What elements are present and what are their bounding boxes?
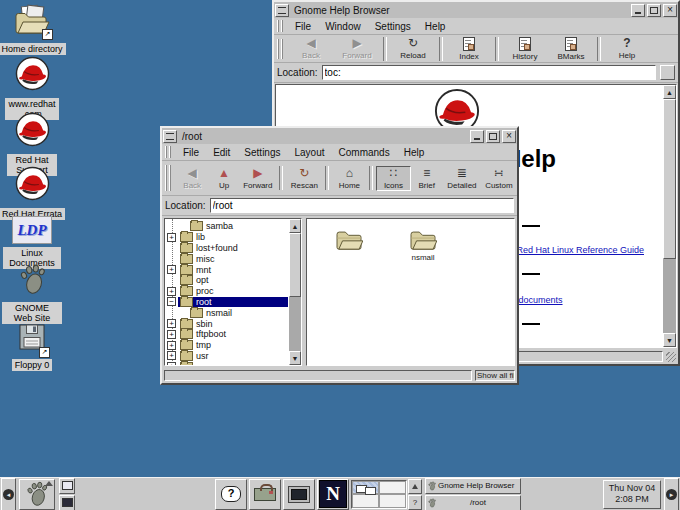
menubar-drag-handle[interactable] [165,146,173,159]
back-button[interactable]: ◀ Back [288,36,334,61]
resize-grip[interactable] [666,352,676,362]
tree-item[interactable]: tmp [167,340,288,351]
up-button[interactable]: ▲ Up [209,166,239,191]
desktop-icon-red-hat-errata[interactable]: Red Hat Errata [0,166,64,220]
file-item[interactable] [327,227,371,262]
configuration-launcher[interactable] [249,479,281,510]
task-arrow-button[interactable] [408,479,422,494]
task-root-window[interactable]: /root [425,495,521,510]
desktop-icon-home-directory[interactable]: ↗ Home directory [0,4,64,55]
menu-settings[interactable]: Settings [368,21,418,32]
close-button[interactable] [663,4,677,17]
scrollbar-thumb[interactable] [663,99,676,259]
expander-plus-icon[interactable] [167,341,176,350]
tree-item[interactable]: tftpboot [167,329,288,340]
desktop-icon-linux-documents[interactable]: LDP Linux Documents [0,216,64,269]
workspace-1-active[interactable] [352,481,379,495]
netscape-launcher[interactable]: N [317,479,349,510]
tree-scrollbar[interactable]: ▲ ▼ [289,219,301,365]
menubar-drag-handle[interactable] [277,20,285,33]
menu-layout[interactable]: Layout [288,147,332,158]
expander-plus-icon[interactable] [167,233,176,242]
expander-plus-icon[interactable] [167,265,176,274]
tree-item[interactable]: lost+found [167,243,288,254]
maximize-button[interactable] [647,4,661,17]
tree-item[interactable]: sbin [167,318,288,329]
tree-item[interactable]: lib [167,232,288,243]
menu-help[interactable]: Help [418,21,453,32]
workspace-2[interactable] [379,481,406,495]
menu-file[interactable]: File [176,147,206,158]
tree-item[interactable]: var [167,361,288,366]
menu-window[interactable]: Window [318,21,368,32]
workspace-4[interactable] [379,494,406,508]
scroll-down-icon[interactable]: ▼ [289,351,301,365]
bmarks-button[interactable]: BMarks [548,36,594,62]
brief-view-button[interactable]: ≡ Brief [411,166,443,191]
tree-item[interactable]: opt [167,275,288,286]
expander-plus-icon[interactable] [167,351,176,360]
tree-item[interactable]: usr [167,351,288,362]
desktop-icon-floppy-0[interactable]: ↗ Floppy 0 [0,322,64,371]
close-button[interactable] [502,130,516,143]
back-button[interactable]: ◀ Back [176,166,209,191]
desktop-icon-www-redhat-com[interactable]: www.redhat.com [0,56,64,120]
desk-guide-pager[interactable] [351,480,407,509]
expander-plus-icon[interactable] [167,330,176,339]
panel-hide-left-button[interactable]: ◂ [1,478,16,510]
help-scrollbar[interactable]: ▲ ▼ [663,85,676,347]
scrollbar-thumb[interactable] [289,233,301,297]
forward-button[interactable]: ▶ Forward [334,36,380,61]
tree-item[interactable]: mnt [167,264,288,275]
forward-button[interactable]: ▶ Forward [239,166,276,191]
menu-file[interactable]: File [288,21,318,32]
file-icon-pane[interactable]: nsmail [306,218,515,366]
expander-plus-icon[interactable] [167,319,176,328]
tree-item-selected[interactable]: root [167,297,288,308]
menu-edit[interactable]: Edit [206,147,237,158]
minimize-button[interactable] [631,4,645,17]
detailed-view-button[interactable]: ≣ Detailed [443,166,481,191]
menu-commands[interactable]: Commands [332,147,397,158]
mini-monitor-button[interactable] [59,495,75,510]
task-help-browser[interactable]: Gnome Help Browser [425,478,521,494]
terminal-launcher[interactable] [283,479,315,510]
help-window-titlebar[interactable]: Gnome Help Browser [274,2,678,18]
toolbar-drag-handle[interactable] [165,165,173,191]
window-menu-icon[interactable] [163,130,177,143]
toolbar-drag-handle[interactable] [277,39,285,59]
scroll-down-icon[interactable]: ▼ [663,333,676,347]
scroll-up-icon[interactable]: ▲ [289,219,301,233]
expander-minus-icon[interactable] [167,297,176,306]
history-button[interactable]: History [502,36,548,62]
reload-button[interactable]: ↻ Reload [390,36,436,61]
expander-plus-icon[interactable] [167,362,176,366]
location-go-button[interactable] [660,65,675,80]
index-button[interactable]: Index [446,36,492,62]
location-input[interactable] [322,65,656,80]
fm-window-titlebar[interactable]: /root [162,128,517,144]
rescan-button[interactable]: ↻ Rescan [286,166,322,191]
desktop-icon-gnome-web-site[interactable]: GNOME Web Site [0,264,64,324]
menu-settings[interactable]: Settings [237,147,287,158]
tree-item[interactable]: samba [167,221,288,232]
tree-item[interactable]: nsmail [167,307,288,318]
maximize-button[interactable] [486,130,500,143]
location-input[interactable] [210,198,514,213]
home-button[interactable]: ⌂ Home [332,166,366,191]
expander-plus-icon[interactable] [167,287,176,296]
workspace-3[interactable] [352,494,379,508]
main-menu-button[interactable] [19,479,55,510]
custom-view-button[interactable]: ∺ Custom [481,166,517,191]
window-menu-icon[interactable] [275,4,289,17]
minimize-button[interactable] [470,130,484,143]
help-launcher[interactable]: ? [215,479,247,510]
file-item[interactable]: nsmail [401,227,445,262]
help-button[interactable]: ? Help [604,36,650,61]
icons-view-button[interactable]: ∷ Icons [376,166,410,191]
tree-item[interactable]: misc [167,253,288,264]
menu-help[interactable]: Help [397,147,432,158]
panel-hide-right-button[interactable]: ▸ [664,478,679,510]
mini-window-button[interactable] [59,478,75,494]
scroll-up-icon[interactable]: ▲ [663,85,676,99]
